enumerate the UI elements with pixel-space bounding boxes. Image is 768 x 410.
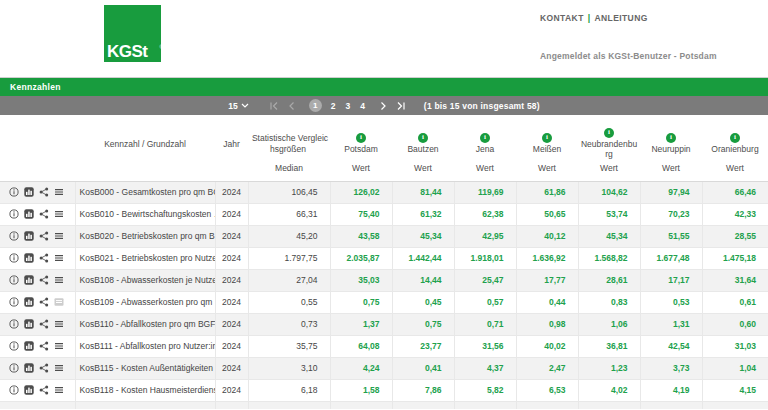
city-value-jena: 0,71 (454, 313, 516, 335)
chart-icon[interactable] (24, 385, 34, 395)
chart-icon[interactable] (24, 187, 34, 197)
row-actions (0, 181, 75, 203)
info-icon[interactable] (9, 209, 19, 219)
last-page-icon[interactable] (396, 101, 406, 111)
kennzahl-name: KosB109 - Abwasserkosten pro qm … (75, 291, 215, 313)
info-icon[interactable] (9, 275, 19, 285)
chart-icon[interactable] (24, 275, 34, 285)
city-value-potsdam: 75,40 (330, 203, 392, 225)
city-value-potsdam: 0,75 (330, 291, 392, 313)
city-value-oranienburg: 31,03 (702, 335, 768, 357)
menu-icon[interactable] (54, 341, 64, 351)
city-value-neuruppin: 1,31 (640, 313, 702, 335)
city-value-neubrandenburg: 36,81 (578, 335, 640, 357)
chart-icon[interactable] (24, 363, 34, 373)
info-icon[interactable] (542, 133, 552, 143)
city-value-potsdam: 1,58 (330, 379, 392, 401)
share-icon[interactable] (39, 275, 49, 285)
median-value: 6,18 (248, 379, 330, 401)
chart-icon[interactable] (24, 209, 34, 219)
menu-icon[interactable] (54, 187, 64, 197)
page-size-dropdown[interactable]: 15 (228, 101, 248, 111)
menu-icon[interactable] (54, 363, 64, 373)
share-icon[interactable] (39, 341, 49, 351)
menu-icon[interactable] (54, 231, 64, 241)
city-value-jena: 5,82 (454, 379, 516, 401)
share-icon[interactable] (39, 231, 49, 241)
next-page-icon[interactable] (378, 101, 388, 111)
share-icon[interactable] (39, 253, 49, 263)
median-value: 0,73 (248, 313, 330, 335)
jahr-value: 2024 (215, 225, 248, 247)
share-icon[interactable] (39, 297, 49, 307)
chart-icon[interactable] (24, 319, 34, 329)
chart-icon[interactable] (24, 341, 34, 351)
info-icon[interactable] (9, 341, 19, 351)
city-value-neuruppin: 4,19 (640, 379, 702, 401)
previous-page-icon[interactable] (287, 101, 297, 111)
page: KGSt ® KONTAKT|ANLEITUNG Angemeldet als … (0, 0, 768, 410)
subheader-wert: Wert (392, 161, 454, 181)
menu-icon[interactable] (54, 297, 64, 307)
kgst-logo[interactable]: KGSt ® (104, 5, 161, 62)
city-value-meißen: 61,86 (516, 181, 578, 203)
row-actions (0, 203, 75, 225)
info-icon[interactable] (9, 363, 19, 373)
share-icon[interactable] (39, 363, 49, 373)
info-icon[interactable] (356, 133, 366, 143)
kontakt-link[interactable]: KONTAKT (540, 13, 584, 23)
info-icon[interactable] (9, 253, 19, 263)
info-icon[interactable] (604, 128, 614, 138)
chart-icon[interactable] (24, 231, 34, 241)
row-actions (0, 225, 75, 247)
pagination-info: (1 bis 15 von insgesamt 58) (424, 101, 540, 111)
share-icon[interactable] (39, 187, 49, 197)
median-value: 45,20 (248, 225, 330, 247)
page-button-3[interactable]: 3 (340, 101, 355, 111)
city-value-potsdam: 64,08 (330, 335, 392, 357)
city-value-bautzen: 81,44 (392, 181, 454, 203)
share-icon[interactable] (39, 319, 49, 329)
page-button-4[interactable]: 4 (355, 101, 370, 111)
row-actions (0, 291, 75, 313)
city-value-meißen: 2,47 (516, 357, 578, 379)
city-value-meißen: 50,65 (516, 203, 578, 225)
first-page-icon[interactable] (269, 101, 279, 111)
page-button-2[interactable]: 2 (326, 101, 341, 111)
row-actions (0, 269, 75, 291)
header-kennzahl: Kennzahl / Grundzahl (75, 120, 215, 161)
page-button-1[interactable]: 1 (309, 99, 322, 112)
anleitung-link[interactable]: ANLEITUNG (595, 13, 648, 23)
menu-icon[interactable] (54, 253, 64, 263)
info-icon[interactable] (9, 319, 19, 329)
chart-icon[interactable] (24, 253, 34, 263)
jahr-value: 2024 (215, 335, 248, 357)
share-icon[interactable] (39, 385, 49, 395)
menu-icon[interactable] (54, 275, 64, 285)
info-icon[interactable] (9, 231, 19, 241)
page-numbers: 1 2 3 4 (305, 99, 370, 112)
subheader-wert: Wert (702, 161, 768, 181)
menu-icon[interactable] (54, 385, 64, 395)
city-value-oranienburg: 4,15 (702, 379, 768, 401)
share-icon[interactable] (39, 209, 49, 219)
menu-icon[interactable] (54, 209, 64, 219)
menu-icon[interactable] (54, 319, 64, 329)
section-bar: Kennzahlen (0, 77, 768, 96)
info-icon[interactable] (418, 133, 428, 143)
kennzahl-name: KosB118 - Kosten Hausmeisterdiens… (75, 379, 215, 401)
city-value-bautzen: 7,86 (392, 379, 454, 401)
info-icon[interactable] (9, 187, 19, 197)
table-row-partial (0, 401, 768, 409)
top-links: KONTAKT|ANLEITUNG (540, 13, 648, 23)
info-icon[interactable] (9, 385, 19, 395)
info-icon[interactable] (666, 133, 676, 143)
header-jahr: Jahr (215, 120, 248, 161)
info-icon[interactable] (9, 297, 19, 307)
chart-icon[interactable] (24, 297, 34, 307)
city-value-bautzen: 23,77 (392, 335, 454, 357)
kennzahl-name: KosB010 - Bewirtschaftungskosten … (75, 203, 215, 225)
jahr-value: 2024 (215, 247, 248, 269)
info-icon[interactable] (480, 133, 490, 143)
info-icon[interactable] (730, 133, 740, 143)
